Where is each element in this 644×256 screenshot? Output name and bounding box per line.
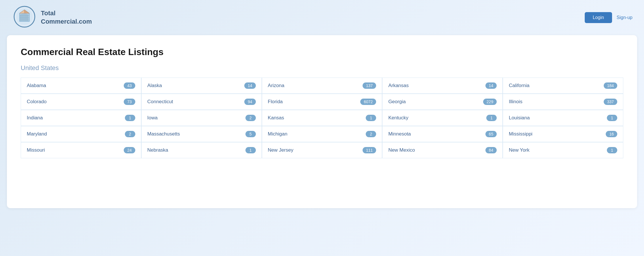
state-card[interactable]: New York1 (503, 142, 623, 158)
state-name: Kansas (268, 115, 284, 121)
state-name: New Jersey (268, 147, 294, 153)
state-count-badge: 2 (245, 115, 256, 121)
state-name: California (509, 83, 529, 89)
state-name: Minnesota (388, 131, 411, 137)
state-name: Indiana (27, 115, 43, 121)
state-card[interactable]: Minnesota65 (382, 126, 503, 142)
state-card[interactable]: Nebraska1 (141, 142, 262, 158)
signup-button[interactable]: Sign-up (617, 15, 632, 20)
state-card[interactable]: Maryland2 (21, 126, 141, 142)
state-count-badge: 1 (366, 115, 376, 121)
state-card[interactable]: New Mexico84 (382, 142, 503, 158)
state-count-badge: 337 (604, 99, 617, 105)
state-name: Georgia (388, 99, 405, 105)
state-name: Iowa (147, 115, 158, 121)
state-card[interactable]: Alaska14 (141, 78, 262, 94)
state-count-badge: 1 (607, 147, 617, 153)
state-card[interactable]: Georgia229 (382, 94, 503, 110)
state-count-badge: 1 (486, 115, 497, 121)
state-count-badge: 1 (607, 115, 617, 121)
state-name: Arizona (268, 83, 285, 89)
state-count-badge: 2 (366, 131, 376, 137)
state-card[interactable]: Missouri24 (21, 142, 141, 158)
state-card[interactable]: Arkansas14 (382, 78, 503, 94)
state-name: Michigan (268, 131, 287, 137)
state-name: Alaska (147, 83, 162, 89)
state-name: Nebraska (147, 147, 168, 153)
state-card[interactable]: Illinois337 (503, 94, 623, 110)
logo-area: Total Commercial.com (12, 5, 92, 31)
state-count-badge: 137 (363, 82, 376, 89)
state-card[interactable]: Michigan2 (262, 126, 382, 142)
state-card[interactable]: Kansas1 (262, 110, 382, 126)
state-card[interactable]: Indiana1 (21, 110, 141, 126)
state-count-badge: 229 (483, 99, 497, 105)
state-name: Alabama (27, 83, 46, 89)
header: Total Commercial.com Login Sign-up (0, 0, 644, 35)
state-count-badge: 111 (363, 147, 376, 153)
state-name: Colorado (27, 99, 47, 105)
page-title: Commercial Real Estate Listings (21, 47, 623, 57)
login-button[interactable]: Login (585, 12, 612, 23)
main-content: Commercial Real Estate Listings United S… (7, 35, 637, 208)
state-count-badge: 16 (606, 131, 617, 137)
state-card[interactable]: California184 (503, 78, 623, 94)
state-count-badge: 14 (485, 82, 497, 89)
state-count-badge: 73 (124, 99, 135, 105)
state-count-badge: 24 (124, 147, 135, 153)
state-name: Louisiana (509, 115, 530, 121)
state-name: Massachusetts (147, 131, 180, 137)
state-name: Missouri (27, 147, 45, 153)
state-count-badge: 14 (244, 82, 256, 89)
state-card[interactable]: Alabama43 (21, 78, 141, 94)
state-count-badge: 1 (245, 147, 256, 153)
state-card[interactable]: Arizona137 (262, 78, 382, 94)
state-name: Illinois (509, 99, 522, 105)
state-count-badge: 1 (125, 115, 135, 121)
state-count-badge: 184 (604, 82, 617, 89)
state-card[interactable]: Colorado73 (21, 94, 141, 110)
state-card[interactable]: Massachusetts5 (141, 126, 262, 142)
state-name: Connecticut (147, 99, 173, 105)
state-name: Florida (268, 99, 283, 105)
state-count-badge: 5 (245, 131, 256, 137)
state-name: Maryland (27, 131, 47, 137)
state-name: Kentucky (388, 115, 408, 121)
state-count-badge: 2 (125, 131, 135, 137)
logo-text: Total Commercial.com (41, 9, 92, 26)
state-count-badge: 65 (485, 131, 497, 137)
state-count-badge: 84 (485, 147, 497, 153)
state-card[interactable]: Mississippi16 (503, 126, 623, 142)
header-actions: Login Sign-up (585, 12, 632, 23)
state-card[interactable]: New Jersey111 (262, 142, 382, 158)
state-name: Arkansas (388, 83, 409, 89)
state-count-badge: 6072 (360, 99, 376, 105)
state-count-badge: 43 (124, 82, 135, 89)
state-name: New Mexico (388, 147, 415, 153)
state-name: Mississippi (509, 131, 532, 137)
state-count-badge: 94 (244, 99, 256, 105)
section-title: United States (21, 64, 623, 72)
state-card[interactable]: Louisiana1 (503, 110, 623, 126)
state-name: New York (509, 147, 529, 153)
state-card[interactable]: Kentucky1 (382, 110, 503, 126)
states-grid: Alabama43Alaska14Arizona137Arkansas14Cal… (21, 78, 623, 158)
state-card[interactable]: Florida6072 (262, 94, 382, 110)
logo-icon (12, 5, 37, 31)
state-card[interactable]: Iowa2 (141, 110, 262, 126)
state-card[interactable]: Connecticut94 (141, 94, 262, 110)
